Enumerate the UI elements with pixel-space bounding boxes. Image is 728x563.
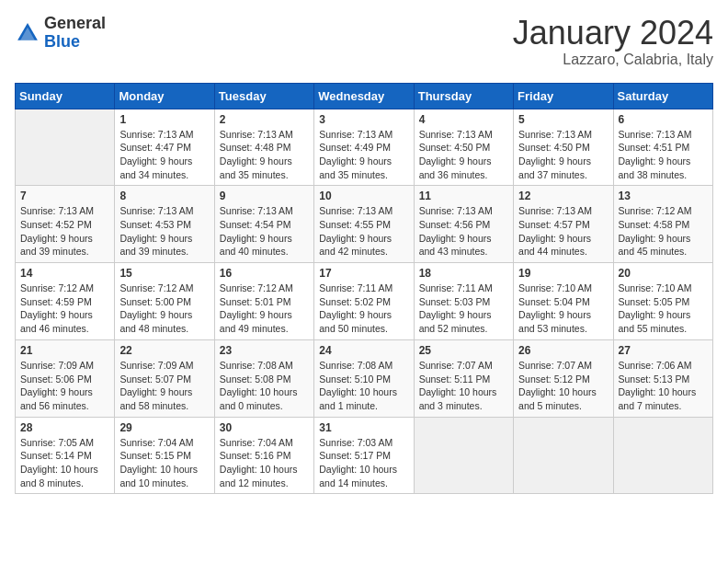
day-number: 10 (319, 190, 408, 202)
page-header: General Blue January 2024 Lazzaro, Calab… (15, 15, 713, 68)
day-number: 11 (419, 190, 508, 202)
day-info: Sunrise: 7:13 AMSunset: 4:48 PMDaylight:… (220, 128, 309, 182)
calendar-cell: 26Sunrise: 7:07 AMSunset: 5:12 PMDayligh… (514, 339, 613, 417)
day-info: Sunrise: 7:13 AMSunset: 4:54 PMDaylight:… (220, 204, 309, 259)
calendar-cell: 27Sunrise: 7:06 AMSunset: 5:13 PMDayligh… (613, 339, 712, 417)
day-number: 26 (518, 344, 608, 357)
day-info: Sunrise: 7:13 AMSunset: 4:49 PMDaylight:… (319, 128, 408, 182)
weekday-header-saturday: Saturday (613, 83, 712, 109)
day-number: 28 (20, 421, 109, 434)
calendar-cell: 25Sunrise: 7:07 AMSunset: 5:11 PMDayligh… (414, 339, 513, 417)
day-info: Sunrise: 7:13 AMSunset: 4:50 PMDaylight:… (419, 128, 508, 182)
calendar-week-5: 28Sunrise: 7:05 AMSunset: 5:14 PMDayligh… (16, 417, 713, 494)
calendar-cell: 12Sunrise: 7:13 AMSunset: 4:57 PMDayligh… (514, 186, 613, 263)
logo-blue: Blue (44, 33, 106, 52)
logo: General Blue (15, 15, 106, 52)
calendar-cell: 5Sunrise: 7:13 AMSunset: 4:50 PMDaylight… (514, 109, 613, 186)
calendar-cell: 19Sunrise: 7:10 AMSunset: 5:04 PMDayligh… (514, 263, 613, 340)
day-number: 20 (619, 267, 708, 280)
calendar-cell: 24Sunrise: 7:08 AMSunset: 5:10 PMDayligh… (314, 339, 414, 417)
calendar-cell (16, 109, 115, 186)
day-info: Sunrise: 7:11 AMSunset: 5:03 PMDaylight:… (419, 282, 508, 336)
calendar-title: January 2024 (513, 15, 713, 52)
calendar-cell: 16Sunrise: 7:12 AMSunset: 5:01 PMDayligh… (214, 263, 313, 340)
calendar-cell: 22Sunrise: 7:09 AMSunset: 5:07 PMDayligh… (115, 339, 214, 417)
day-number: 1 (119, 113, 209, 126)
calendar-cell: 9Sunrise: 7:13 AMSunset: 4:54 PMDaylight… (214, 186, 313, 263)
day-number: 18 (419, 267, 508, 280)
day-info: Sunrise: 7:11 AMSunset: 5:02 PMDaylight:… (319, 282, 408, 336)
day-info: Sunrise: 7:04 AMSunset: 5:16 PMDaylight:… (220, 436, 309, 490)
weekday-header-monday: Monday (115, 83, 214, 109)
day-number: 7 (20, 190, 109, 202)
calendar-cell: 28Sunrise: 7:05 AMSunset: 5:14 PMDayligh… (16, 417, 115, 494)
day-info: Sunrise: 7:05 AMSunset: 5:14 PMDaylight:… (20, 436, 109, 490)
day-number: 16 (220, 267, 309, 280)
calendar-cell: 11Sunrise: 7:13 AMSunset: 4:56 PMDayligh… (414, 186, 513, 263)
weekday-header-friday: Friday (514, 83, 613, 109)
calendar-cell: 10Sunrise: 7:13 AMSunset: 4:55 PMDayligh… (314, 186, 414, 263)
calendar-cell: 7Sunrise: 7:13 AMSunset: 4:52 PMDaylight… (16, 186, 115, 263)
day-info: Sunrise: 7:12 AMSunset: 5:00 PMDaylight:… (119, 282, 209, 336)
calendar-cell (514, 417, 613, 494)
calendar-cell (414, 417, 513, 494)
day-number: 9 (220, 190, 309, 202)
logo-text: General Blue (44, 15, 106, 52)
calendar-cell: 2Sunrise: 7:13 AMSunset: 4:48 PMDaylight… (214, 109, 313, 186)
calendar-cell: 21Sunrise: 7:09 AMSunset: 5:06 PMDayligh… (16, 339, 115, 417)
calendar-cell: 31Sunrise: 7:03 AMSunset: 5:17 PMDayligh… (314, 417, 414, 494)
day-info: Sunrise: 7:13 AMSunset: 4:57 PMDaylight:… (518, 204, 608, 259)
title-block: January 2024 Lazzaro, Calabria, Italy (513, 15, 713, 68)
day-info: Sunrise: 7:10 AMSunset: 5:05 PMDaylight:… (619, 282, 708, 336)
calendar-cell: 17Sunrise: 7:11 AMSunset: 5:02 PMDayligh… (314, 263, 414, 340)
day-number: 5 (518, 113, 608, 126)
day-number: 23 (220, 344, 309, 357)
day-info: Sunrise: 7:13 AMSunset: 4:52 PMDaylight:… (20, 204, 109, 259)
calendar-cell: 23Sunrise: 7:08 AMSunset: 5:08 PMDayligh… (214, 339, 313, 417)
calendar-cell: 3Sunrise: 7:13 AMSunset: 4:49 PMDaylight… (314, 109, 414, 186)
logo-icon (15, 20, 40, 46)
calendar-cell: 4Sunrise: 7:13 AMSunset: 4:50 PMDaylight… (414, 109, 513, 186)
day-info: Sunrise: 7:13 AMSunset: 4:50 PMDaylight:… (518, 128, 608, 182)
day-number: 27 (619, 344, 708, 357)
calendar-cell: 8Sunrise: 7:13 AMSunset: 4:53 PMDaylight… (115, 186, 214, 263)
logo-general: General (44, 15, 106, 33)
day-number: 19 (518, 267, 608, 280)
calendar-cell (613, 417, 712, 494)
day-info: Sunrise: 7:13 AMSunset: 4:53 PMDaylight:… (119, 204, 209, 259)
day-info: Sunrise: 7:12 AMSunset: 4:58 PMDaylight:… (619, 204, 708, 259)
day-number: 25 (419, 344, 508, 357)
day-number: 17 (319, 267, 408, 280)
day-info: Sunrise: 7:03 AMSunset: 5:17 PMDaylight:… (319, 436, 408, 490)
day-number: 4 (419, 113, 508, 126)
day-number: 22 (119, 344, 209, 357)
day-number: 31 (319, 421, 408, 434)
day-info: Sunrise: 7:07 AMSunset: 5:11 PMDaylight:… (419, 359, 508, 413)
calendar-week-1: 1Sunrise: 7:13 AMSunset: 4:47 PMDaylight… (16, 109, 713, 186)
day-number: 29 (119, 421, 209, 434)
calendar-week-3: 14Sunrise: 7:12 AMSunset: 4:59 PMDayligh… (16, 263, 713, 340)
day-number: 15 (119, 267, 209, 280)
day-number: 8 (119, 190, 209, 202)
calendar-cell: 15Sunrise: 7:12 AMSunset: 5:00 PMDayligh… (115, 263, 214, 340)
weekday-header-wednesday: Wednesday (314, 83, 414, 109)
day-number: 2 (220, 113, 309, 126)
calendar-week-4: 21Sunrise: 7:09 AMSunset: 5:06 PMDayligh… (16, 339, 713, 417)
day-info: Sunrise: 7:13 AMSunset: 4:55 PMDaylight:… (319, 204, 408, 259)
day-info: Sunrise: 7:12 AMSunset: 5:01 PMDaylight:… (220, 282, 309, 336)
day-number: 30 (220, 421, 309, 434)
day-number: 21 (20, 344, 109, 357)
day-info: Sunrise: 7:06 AMSunset: 5:13 PMDaylight:… (619, 359, 708, 413)
weekday-header-tuesday: Tuesday (214, 83, 313, 109)
day-number: 14 (20, 267, 109, 280)
day-info: Sunrise: 7:07 AMSunset: 5:12 PMDaylight:… (518, 359, 608, 413)
calendar-table: SundayMondayTuesdayWednesdayThursdayFrid… (15, 83, 713, 495)
calendar-cell: 20Sunrise: 7:10 AMSunset: 5:05 PMDayligh… (613, 263, 712, 340)
calendar-cell: 6Sunrise: 7:13 AMSunset: 4:51 PMDaylight… (613, 109, 712, 186)
day-info: Sunrise: 7:08 AMSunset: 5:10 PMDaylight:… (319, 359, 408, 413)
day-info: Sunrise: 7:13 AMSunset: 4:47 PMDaylight:… (119, 128, 209, 182)
weekday-header-sunday: Sunday (16, 83, 115, 109)
day-number: 12 (518, 190, 608, 202)
calendar-subtitle: Lazzaro, Calabria, Italy (513, 52, 713, 68)
day-number: 3 (319, 113, 408, 126)
